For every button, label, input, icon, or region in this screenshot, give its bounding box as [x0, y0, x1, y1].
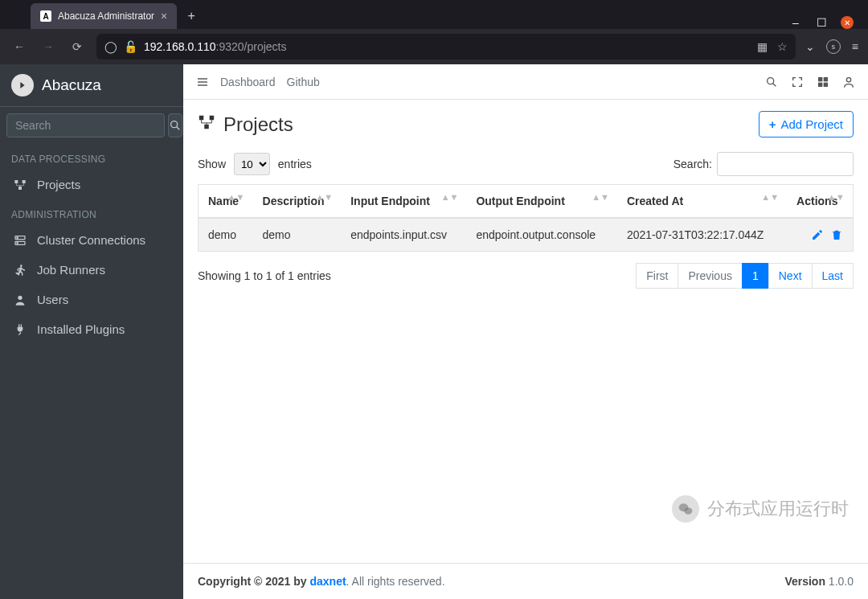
browser-tab[interactable]: A Abacuza Administrator × [31, 3, 177, 29]
browser-chrome: A Abacuza Administrator × + – ☐ ✕ ← → ⟳ … [0, 0, 868, 64]
window-controls: – ☐ ✕ [789, 11, 862, 29]
server-icon [13, 234, 27, 247]
nav-forward-icon[interactable]: → [39, 40, 58, 53]
sidebar-item-label: Cluster Connections [37, 233, 145, 247]
svg-point-26 [684, 507, 692, 514]
table-search-input[interactable] [717, 152, 854, 176]
sidebar-item-label: Users [37, 293, 68, 306]
fullscreen-icon[interactable] [791, 76, 804, 88]
url-input[interactable]: ◯ 🔓 192.168.0.110:9320/projects ▦ ☆ [96, 34, 796, 59]
page-title: Projects [198, 113, 293, 136]
table-row: demo demo endpoints.input.csv endpoint.o… [199, 218, 854, 252]
grid-icon[interactable] [817, 76, 829, 88]
address-bar: ← → ⟳ ◯ 🔓 192.168.0.110:9320/projects ▦ … [0, 29, 868, 64]
bookmark-star-icon[interactable]: ☆ [777, 40, 788, 53]
sidebar-item-cluster-connections[interactable]: Cluster Connections [0, 225, 183, 255]
col-actions[interactable]: Actions▲▼ [787, 185, 853, 219]
sort-icon: ▲▼ [315, 195, 333, 200]
brand-name: Abacuza [42, 76, 101, 94]
sidebar-search-input[interactable] [6, 113, 165, 137]
app-root: Abacuza DATA PROCESSING Projects ADMINIS… [0, 64, 868, 599]
svg-line-16 [773, 83, 776, 86]
new-tab-button[interactable]: + [180, 5, 203, 27]
add-project-label: Add Project [780, 117, 843, 131]
watermark: 分布式应用运行时 [672, 495, 849, 523]
watermark-text: 分布式应用运行时 [707, 497, 849, 521]
cell-name: demo [199, 218, 253, 252]
sort-icon: ▲▼ [441, 195, 459, 200]
svg-point-15 [768, 77, 774, 84]
page-1[interactable]: 1 [742, 263, 769, 289]
cell-output: endpoint.output.console [466, 218, 617, 252]
col-output-endpoint[interactable]: Output Endpoint▲▼ [466, 185, 617, 219]
profile-icon[interactable] [842, 76, 855, 88]
entries-select[interactable]: 10 [234, 153, 270, 175]
footer: Copyright © 2021 by daxnet. All rights r… [183, 563, 868, 599]
footer-author-link[interactable]: daxnet [309, 575, 346, 588]
user-icon [13, 293, 27, 306]
svg-point-1 [171, 121, 178, 128]
nav-back-icon[interactable]: ← [10, 40, 29, 53]
qr-icon[interactable]: ▦ [757, 40, 768, 53]
svg-line-2 [177, 127, 180, 130]
shield-icon[interactable]: ◯ [104, 40, 117, 53]
svg-point-8 [17, 237, 18, 238]
hamburger-icon[interactable] [196, 76, 209, 88]
svg-rect-20 [824, 82, 828, 86]
brand[interactable]: Abacuza [0, 64, 183, 107]
sidebar-item-users[interactable]: Users [0, 285, 183, 314]
table-info: Showing 1 to 1 of 1 entries [198, 269, 331, 282]
sidebar-item-projects[interactable]: Projects [0, 170, 183, 199]
col-created-at[interactable]: Created At▲▼ [617, 185, 787, 219]
edit-icon[interactable] [811, 228, 824, 241]
delete-icon[interactable] [830, 228, 843, 241]
sort-icon: ▲▼ [761, 195, 779, 200]
page-first[interactable]: First [636, 263, 678, 289]
tab-favicon: A [40, 10, 51, 22]
svg-rect-5 [18, 187, 22, 190]
sidebar-item-job-runners[interactable]: Job Runners [0, 255, 183, 285]
menu-icon[interactable]: ≡ [852, 40, 858, 53]
search-icon[interactable] [765, 76, 778, 88]
window-maximize-icon[interactable]: ☐ [815, 16, 828, 29]
pagination: First Previous 1 Next Last [637, 263, 854, 289]
nav-reload-icon[interactable]: ⟳ [68, 40, 87, 53]
add-project-button[interactable]: + Add Project [759, 111, 854, 137]
sidebar-search-button[interactable] [168, 113, 182, 137]
tab-title: Abacuza Administrator [58, 10, 154, 22]
svg-point-10 [20, 265, 23, 267]
wechat-icon [672, 495, 699, 523]
sort-icon: ▲▼ [592, 195, 609, 200]
svg-rect-23 [210, 115, 215, 120]
svg-point-11 [18, 295, 22, 299]
col-name[interactable]: Name▲▼ [199, 185, 253, 219]
topbar-link-dashboard[interactable]: Dashboard [220, 76, 276, 88]
page-next[interactable]: Next [768, 263, 813, 289]
col-input-endpoint[interactable]: Input Endpoint▲▼ [341, 185, 466, 219]
sidebar: Abacuza DATA PROCESSING Projects ADMINIS… [0, 64, 183, 599]
sidebar-item-label: Projects [37, 178, 80, 191]
page-previous[interactable]: Previous [678, 263, 742, 289]
col-description[interactable]: Description▲▼ [253, 185, 342, 219]
topbar-link-github[interactable]: Github [287, 76, 320, 88]
topbar: Dashboard Github [183, 64, 868, 100]
svg-rect-18 [824, 77, 828, 81]
runner-icon [13, 264, 27, 277]
sidebar-item-label: Job Runners [37, 263, 105, 277]
tab-strip: A Abacuza Administrator × + – ☐ ✕ [0, 0, 868, 29]
svg-rect-17 [818, 77, 822, 81]
sidebar-item-installed-plugins[interactable]: Installed Plugins [0, 314, 183, 344]
length-control: Show 10 entries [198, 153, 312, 175]
tab-close-icon[interactable]: × [161, 10, 167, 23]
account-icon[interactable]: s [826, 39, 841, 54]
length-prefix: Show [198, 158, 226, 170]
url-host: 192.168.0.110 [144, 40, 216, 53]
window-minimize-icon[interactable]: – [789, 16, 802, 29]
insecure-lock-icon[interactable]: 🔓 [124, 40, 137, 53]
sidebar-header-data-processing: DATA PROCESSING [0, 144, 183, 170]
pocket-icon[interactable]: ⌄ [805, 40, 815, 53]
footer-copyright-prefix: Copyright © 2021 by [198, 575, 309, 588]
window-close-icon[interactable]: ✕ [841, 16, 854, 29]
page-last[interactable]: Last [812, 263, 854, 289]
content: Projects + Add Project Show 10 entries S… [183, 100, 868, 563]
